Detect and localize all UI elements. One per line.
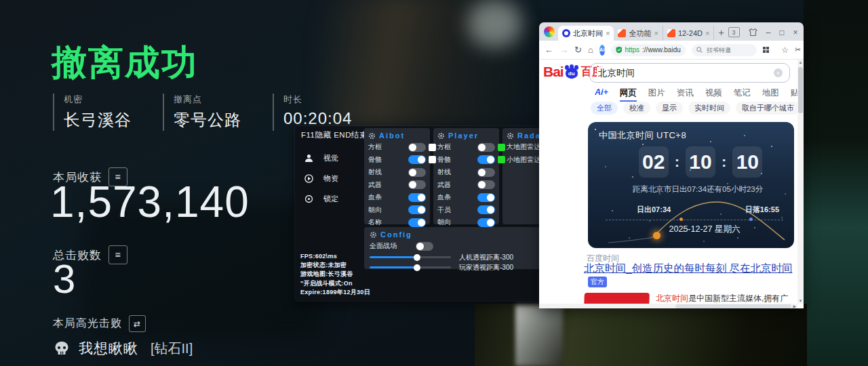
gear-icon — [507, 132, 514, 140]
toggle-switch[interactable] — [477, 168, 495, 177]
person-icon — [304, 154, 313, 163]
browser-logo-icon[interactable] — [544, 26, 555, 37]
sidebar-item-lock[interactable]: 锁定 — [298, 188, 361, 209]
omnibox-input[interactable] — [705, 46, 750, 54]
filter-chip[interactable]: 取自于哪个城市 — [736, 102, 800, 115]
new-tab-button[interactable]: + — [718, 27, 724, 38]
toggle-label: 骨骼 — [368, 155, 382, 165]
result-title-link[interactable]: 北京时间_创造历史的每时每刻 尽在北京时间 — [584, 262, 792, 274]
group-aibot: Aibot 方框 骨骼 — [364, 128, 430, 224]
toggle-switch[interactable] — [408, 193, 426, 202]
swap-icon[interactable]: ⇄ — [129, 315, 146, 332]
toggle-label: 武器 — [437, 180, 451, 190]
scroll-down-icon[interactable]: ▼ — [799, 298, 803, 304]
toggle-label: 骨骼 — [437, 155, 451, 165]
omnibox-search[interactable] — [692, 44, 757, 56]
harvest-value: 1,573,140 — [50, 180, 250, 224]
slider-row: 玩家透视距离-300 — [370, 262, 558, 272]
toggle-switch[interactable] — [477, 218, 495, 227]
baidu-nav-item[interactable]: 网页 — [620, 87, 637, 102]
baidu-nav-item[interactable]: 视频 — [705, 87, 722, 102]
distance-slider[interactable] — [370, 266, 451, 268]
tab-close-icon[interactable]: × — [654, 29, 658, 37]
browser-page-content: Bai du 百度 × Ai+网页图片资讯视频笔记地图贴吧文库更多 全 — [539, 60, 804, 308]
toggle-switch[interactable] — [477, 205, 495, 214]
toggle-switch[interactable] — [408, 205, 426, 214]
filter-chip[interactable]: 全部 — [591, 102, 618, 115]
apps-grid-icon[interactable] — [763, 47, 770, 54]
toggle-switch[interactable] — [477, 155, 495, 164]
baidu-nav-item[interactable]: 图片 — [648, 87, 665, 102]
baidu-nav-item[interactable]: 笔记 — [734, 87, 751, 102]
toggle-switch[interactable] — [408, 180, 426, 189]
toggle-row: 武器 — [368, 179, 426, 192]
baidu-nav-item[interactable]: 地图 — [762, 87, 779, 102]
download-badge[interactable]: 3 — [728, 27, 740, 37]
tab-close-icon[interactable]: × — [606, 29, 610, 37]
toggle-label: 武器 — [368, 180, 382, 190]
address-bar[interactable]: https://www.baidu — [611, 44, 686, 56]
baidu-search-box[interactable]: × — [589, 63, 790, 83]
background-laptop-edge — [515, 305, 563, 366]
info-label: 撤离点 — [174, 94, 248, 106]
toggle-switch[interactable] — [408, 143, 426, 152]
baidu-nav-item[interactable]: Ai+ — [595, 87, 608, 102]
sidebar-item-vision[interactable]: 视觉 — [298, 148, 361, 168]
theme-icon[interactable] — [749, 28, 757, 36]
sunrise-countdown: 距离北京市日出07:34还有05小时23分 — [595, 184, 794, 195]
clear-search-icon[interactable]: × — [774, 68, 783, 77]
maximize-button[interactable]: □ — [779, 28, 784, 37]
reload-icon[interactable]: ↻ — [574, 45, 582, 54]
back-icon[interactable]: ← — [545, 45, 553, 54]
color-swatch[interactable] — [429, 156, 436, 163]
toggle-switch[interactable] — [408, 218, 426, 227]
scroll-up-icon[interactable]: ▲ — [799, 60, 803, 65]
ai-assistant-icon[interactable]: Ai — [599, 45, 605, 56]
screenshot-scissors-icon[interactable]: ✂ — [795, 46, 801, 54]
cheat-sidebar: 视觉 物资 锁定 — [298, 148, 361, 209]
battlefield-toggle-label: 全面战场 — [370, 241, 397, 251]
background-glow — [468, 0, 522, 47]
color-swatch[interactable] — [429, 144, 436, 151]
filter-chip[interactable]: 显示 — [656, 102, 683, 115]
sidebar-item-loot[interactable]: 物资 — [298, 168, 361, 188]
toggle-switch[interactable] — [408, 155, 426, 164]
filter-chip[interactable]: 校准 — [623, 102, 650, 115]
highlight-player-rank: [钻石II] — [151, 340, 193, 358]
tab-close-icon[interactable]: × — [705, 29, 709, 37]
hscrollbar-thumb[interactable] — [675, 304, 791, 308]
tab-beijing-time[interactable]: 北京时间 × — [558, 26, 614, 41]
vertical-scrollbar[interactable]: ▲ ▼ — [797, 60, 804, 304]
filter-chip[interactable]: 实时时间 — [688, 102, 730, 115]
info-label: 时长 — [283, 94, 358, 106]
baidu-nav-item[interactable]: 资讯 — [677, 87, 694, 102]
tab-12-24d[interactable]: 12-24D × — [663, 26, 715, 41]
toggle-switch[interactable] — [477, 193, 495, 202]
scrollbar-thumb[interactable] — [798, 67, 803, 113]
config-sliders: 人机透视距离-300 玩家透视距离-300 — [370, 252, 558, 272]
kills-list-icon[interactable]: ≡ — [108, 245, 127, 264]
horizontal-scrollbar[interactable]: ▶ — [539, 304, 797, 308]
forward-icon[interactable]: → — [559, 45, 568, 54]
toggle-switch[interactable] — [408, 168, 426, 177]
home-icon[interactable]: ⌂ — [588, 45, 593, 54]
toggle-label: 血条 — [368, 192, 382, 202]
baidu-search-input[interactable] — [597, 67, 774, 79]
color-swatch[interactable] — [498, 144, 505, 151]
toggle-switch[interactable] — [477, 180, 495, 189]
scroll-right-icon[interactable]: ▶ — [793, 304, 796, 308]
color-swatch[interactable] — [498, 156, 505, 163]
close-button[interactable]: × — [793, 28, 798, 37]
time-card-title: 中国北京时间 UTC+8 — [599, 129, 686, 142]
toggle-switch[interactable] — [477, 143, 495, 152]
skull-icon — [53, 341, 71, 356]
gear-icon — [370, 231, 377, 239]
url-scheme: https — [625, 46, 639, 54]
status-line: 游戏地图:长弓溪谷 — [300, 270, 370, 279]
minimize-button[interactable]: – — [766, 28, 771, 37]
favorite-icon[interactable]: ☆ — [781, 46, 789, 54]
distance-slider[interactable] — [370, 256, 451, 258]
battlefield-toggle[interactable] — [416, 242, 433, 251]
tab-favicon — [667, 29, 675, 37]
tab-full-feature[interactable]: 全功能 × — [614, 26, 663, 41]
